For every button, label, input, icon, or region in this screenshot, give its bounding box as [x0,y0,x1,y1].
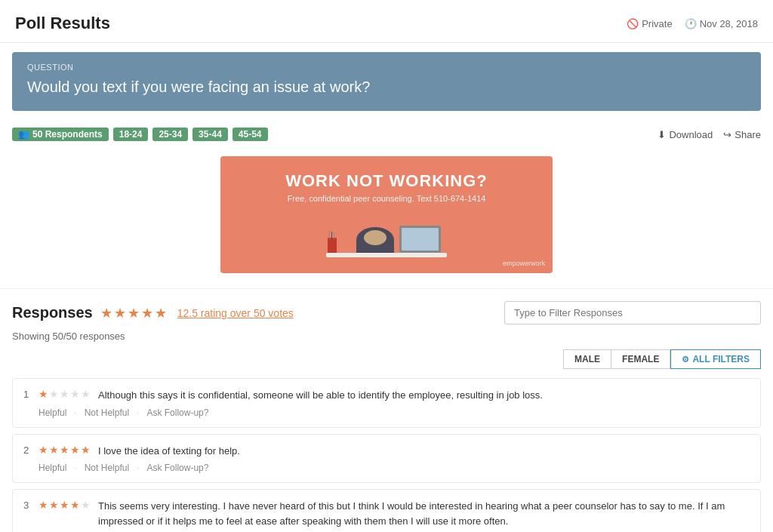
response-number: 1 [23,389,32,400]
response-star-empty: ★ [81,388,91,400]
share-icon: ↪ [723,129,731,140]
response-star-full: ★ [49,499,59,511]
showing-text: Showing 50/50 responses [12,331,761,342]
header-meta: 🚫 Private 🕐 Nov 28, 2018 [627,18,758,29]
eye-slash-icon: 🚫 [627,18,639,29]
question-label: Question [27,63,746,72]
ad-section: WORK NOT WORKING? Free, confidential pee… [0,149,773,289]
response-item: 2 ★★★★★ I love the idea of texting for h… [12,434,761,484]
group-icon: 👥 [18,129,29,140]
response-star-full: ★ [49,444,59,456]
not-helpful-button[interactable]: Not Helpful [85,407,129,418]
share-button[interactable]: ↪ Share [723,129,761,140]
responses-header: Responses ★ ★ ★ ★ ★ 12.5 rating over 50 … [12,301,761,324]
star-1: ★ [100,305,112,321]
all-filters-label: ALL FILTERS [692,354,750,364]
meta-date: 🕐 Nov 28, 2018 [685,18,758,29]
page-wrapper: Poll Results 🚫 Private 🕐 Nov 28, 2018 Qu… [0,0,773,532]
clock-icon: 🕐 [685,18,697,29]
helpful-button[interactable]: Helpful [38,407,66,418]
responses-title: Responses [12,304,93,321]
ask-followup-button[interactable]: Ask Follow-up? [146,407,208,418]
response-actions: Helpful · Not Helpful · Ask Follow-up? [23,407,750,418]
response-stars: ★★★★★ [38,444,91,456]
age-badge-18-24[interactable]: 18-24 [113,128,149,141]
respondents-right: ⬇ Download ↪ Share [658,129,761,140]
ad-brand-label: empowerwork [503,260,545,267]
age-badge-35-44[interactable]: 35-44 [192,128,228,141]
overall-stars: ★ ★ ★ ★ ★ [100,305,167,321]
question-banner: Question Would you text if you were faci… [12,52,761,111]
age-badge-45-54[interactable]: 45-54 [233,128,268,141]
respondents-count: 50 Respondents [32,129,103,140]
response-row: 1 ★★★★★ Although this says it is confide… [23,388,750,403]
response-star-full: ★ [38,388,48,400]
response-row: 3 ★★★★★ This seems very interesting. I h… [23,499,750,528]
download-button[interactable]: ⬇ Download [658,129,713,140]
date-label: Nov 28, 2018 [700,18,758,29]
filter-buttons: MALE FEMALE ⚙ ALL FILTERS [12,349,761,369]
star-3: ★ [128,305,140,321]
responses-section: Responses ★ ★ ★ ★ ★ 12.5 rating over 50 … [0,289,773,532]
response-list: 1 ★★★★★ Although this says it is confide… [12,378,761,532]
response-star-empty: ★ [60,388,69,400]
star-5: ★ [155,305,167,321]
response-star-full: ★ [60,444,69,456]
responses-title-group: Responses ★ ★ ★ ★ ★ 12.5 rating over 50 … [12,304,294,321]
respondents-badge: 👥 50 Respondents [12,128,109,141]
response-number: 3 [23,500,32,511]
ad-headline: WORK NOT WORKING? [285,172,488,190]
response-star-full: ★ [70,444,80,456]
helpful-button[interactable]: Helpful [38,463,66,473]
respondents-bar: 👥 50 Respondents 18-24 25-34 35-44 45-54… [0,120,773,149]
meta-private: 🚫 Private [627,18,672,29]
response-star-full: ★ [60,499,69,511]
response-star-empty: ★ [70,388,80,400]
download-icon: ⬇ [658,129,666,140]
male-filter-button[interactable]: MALE [563,349,611,369]
response-row: 2 ★★★★★ I love the idea of texting for h… [23,444,750,459]
response-text: I love the idea of texting for help. [98,444,750,459]
privacy-label: Private [642,18,672,29]
response-stars: ★★★★★ [38,499,91,511]
download-label: Download [669,129,713,140]
ad-subtext: Free, confidential peer counseling. Text… [288,194,486,203]
star-4: ★ [141,305,153,321]
ad-image: WORK NOT WORKING? Free, confidential pee… [220,156,553,273]
response-star-full: ★ [38,499,48,511]
rating-text: 12.5 rating over 50 votes [177,307,294,319]
response-actions: Helpful · Not Helpful · Ask Follow-up? [23,463,750,473]
page-header: Poll Results 🚫 Private 🕐 Nov 28, 2018 [0,0,773,43]
filter-icon: ⚙ [682,355,689,364]
star-2: ★ [114,305,126,321]
response-text: This seems very interesting. I have neve… [98,499,750,528]
response-star-full: ★ [81,444,91,456]
response-star-full: ★ [70,499,80,511]
share-label: Share [735,129,761,140]
response-star-empty: ★ [49,388,59,400]
response-text: Although this says it is confidential, s… [98,388,750,403]
response-star-empty: ★ [81,499,91,511]
response-stars: ★★★★★ [38,388,91,400]
response-item: 1 ★★★★★ Although this says it is confide… [12,378,761,428]
page-title: Poll Results [15,14,110,33]
age-badge-25-34[interactable]: 25-34 [152,128,188,141]
response-star-full: ★ [38,444,48,456]
filter-input[interactable] [504,301,761,324]
female-filter-button[interactable]: FEMALE [611,349,670,369]
respondents-left: 👥 50 Respondents 18-24 25-34 35-44 45-54 [12,128,268,141]
question-text: Would you text if you were facing an iss… [27,76,746,97]
all-filters-button[interactable]: ⚙ ALL FILTERS [670,349,761,369]
not-helpful-button[interactable]: Not Helpful [85,463,129,473]
ask-followup-button[interactable]: Ask Follow-up? [146,463,208,473]
response-item: 3 ★★★★★ This seems very interesting. I h… [12,489,761,532]
response-number: 2 [23,444,32,456]
